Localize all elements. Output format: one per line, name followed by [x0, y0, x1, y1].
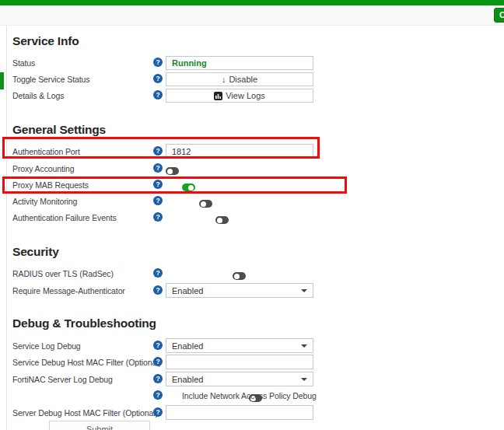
service-debug-mac-filter-input[interactable]	[166, 355, 313, 369]
top-green-bar	[0, 0, 504, 5]
select-value: Enabled	[172, 375, 203, 384]
toggle-knob	[234, 274, 240, 279]
disable-button-label: Disable	[229, 75, 257, 84]
submit-button[interactable]: Submit	[49, 421, 150, 430]
toggle-knob	[201, 201, 206, 207]
help-icon[interactable]: ?	[153, 374, 163, 383]
proxy-accounting-toggle[interactable]	[166, 167, 179, 175]
include-network-access-policy-debug-label: Include Network Access Policy Debug	[182, 391, 317, 400]
help-icon[interactable]: ?	[153, 58, 163, 67]
disable-button[interactable]: ↓ Disable	[166, 72, 313, 86]
help-icon[interactable]: ?	[153, 268, 163, 278]
view-logs-button-label: View Logs	[226, 91, 265, 100]
status-label: Status	[12, 58, 35, 68]
help-icon[interactable]: ?	[153, 212, 163, 222]
fortinac-server-log-debug-select[interactable]: Enabled	[166, 372, 313, 386]
details-logs-label: Details & Logs	[12, 91, 64, 100]
authentication-failure-events-label: Authentication Failure Events	[12, 213, 117, 222]
toggle-knob	[188, 185, 194, 191]
service-log-debug-label: Service Log Debug	[12, 341, 81, 351]
require-message-authenticator-label: Require Message-Authenticator	[12, 286, 125, 295]
help-icon[interactable]: ?	[153, 146, 163, 156]
chevron-down-icon	[301, 289, 307, 295]
help-icon[interactable]: ?	[153, 285, 163, 295]
toggle-knob	[167, 169, 173, 174]
toggle-knob	[217, 218, 222, 223]
activity-monitoring-label: Activity Monitoring	[12, 197, 77, 206]
section-title-security: Security	[12, 245, 59, 259]
section-title-general-settings: General Settings	[12, 123, 106, 137]
help-icon[interactable]: ?	[153, 196, 163, 205]
authentication-port-label: Authentication Port	[12, 147, 80, 156]
service-debug-mac-filter-label: Service Debug Host MAC Filter (Optional)	[12, 358, 161, 367]
chevron-down-icon	[301, 378, 307, 384]
help-icon[interactable]: ?	[153, 341, 163, 350]
radsec-label: RADIUS over TLS (RadSec)	[12, 269, 114, 278]
help-icon[interactable]: ?	[153, 357, 163, 366]
proxy-mab-requests-label: Proxy MAB Requests	[12, 180, 89, 190]
help-icon[interactable]: ?	[153, 180, 163, 189]
proxy-accounting-label: Proxy Accounting	[12, 164, 75, 173]
activity-monitoring-toggle[interactable]	[199, 200, 212, 208]
radsec-toggle[interactable]	[233, 272, 246, 280]
service-log-debug-select[interactable]: Enabled	[166, 338, 313, 353]
view-logs-button[interactable]: View Logs	[166, 89, 313, 103]
help-icon[interactable]: ?	[153, 163, 163, 173]
help-icon[interactable]: ?	[153, 74, 163, 83]
select-value: Enabled	[172, 286, 203, 295]
authentication-failure-events-toggle[interactable]	[215, 216, 229, 224]
help-icon[interactable]: ?	[153, 90, 163, 100]
toolbar	[0, 5, 504, 26]
help-icon[interactable]: ?	[153, 390, 163, 400]
proxy-mab-requests-toggle[interactable]	[182, 184, 195, 191]
require-message-authenticator-select[interactable]: Enabled	[166, 283, 313, 298]
fortinac-server-log-debug-label: FortiNAC Server Log Debug	[12, 375, 113, 384]
authentication-port-input[interactable]	[166, 144, 313, 159]
view-logs-icon	[214, 92, 222, 100]
chevron-down-icon	[301, 344, 307, 351]
sidebar-active-indicator	[0, 72, 4, 89]
select-value: Enabled	[172, 341, 203, 351]
server-debug-mac-filter-input[interactable]	[166, 405, 313, 420]
status-value-text: Running	[172, 58, 207, 68]
server-debug-mac-filter-label: Server Debug Host MAC Filter (Optional)	[12, 408, 158, 418]
help-icon[interactable]: ?	[153, 407, 163, 417]
down-arrow-icon: ↓	[222, 75, 226, 84]
panel-left-border	[6, 26, 7, 430]
corner-button[interactable]: C	[494, 8, 504, 23]
section-title-service-info: Service Info	[12, 34, 79, 48]
status-value: Running	[166, 56, 313, 70]
section-title-debug: Debug & Troubleshooting	[12, 316, 156, 330]
toggle-service-status-label: Toggle Service Status	[12, 75, 89, 84]
